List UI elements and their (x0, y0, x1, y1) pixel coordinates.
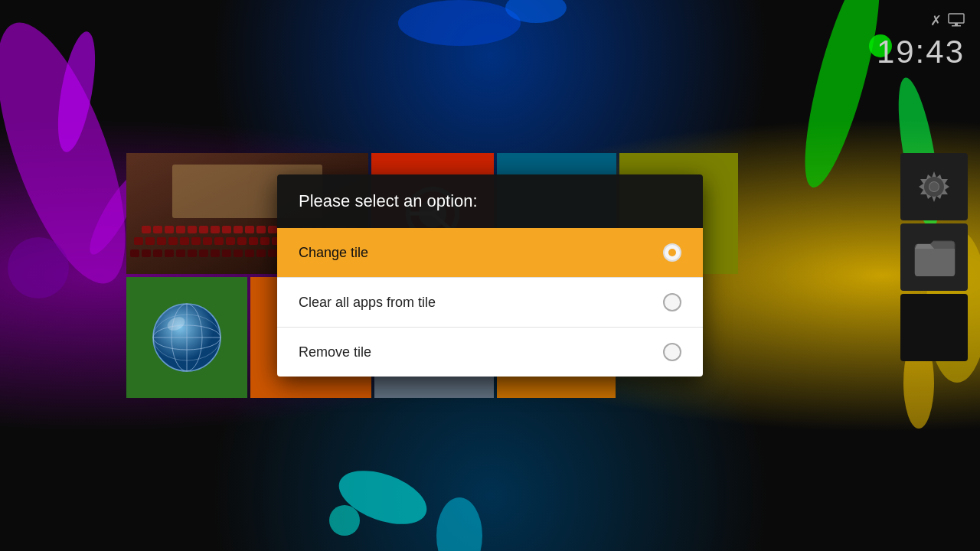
dialog-options: Change tile Clear all apps from tile Rem… (277, 228, 703, 377)
radio-remove-tile[interactable] (663, 343, 681, 361)
radio-change-tile[interactable] (663, 243, 681, 262)
dialog: Please select an option: Change tile Cle… (277, 174, 703, 377)
option-clear-apps-label: Clear all apps from tile (299, 295, 436, 311)
option-remove-tile-label: Remove tile (299, 344, 371, 360)
option-change-tile-label: Change tile (299, 245, 368, 261)
radio-clear-apps[interactable] (663, 293, 681, 311)
dialog-option-clear-apps[interactable]: Clear all apps from tile (277, 278, 703, 328)
dialog-option-remove-tile[interactable]: Remove tile (277, 328, 703, 377)
dialog-option-change-tile[interactable]: Change tile (277, 228, 703, 278)
dialog-title: Please select an option: (299, 191, 478, 210)
dialog-header: Please select an option: (277, 174, 703, 228)
dialog-overlay: Please select an option: Change tile Cle… (0, 0, 980, 551)
